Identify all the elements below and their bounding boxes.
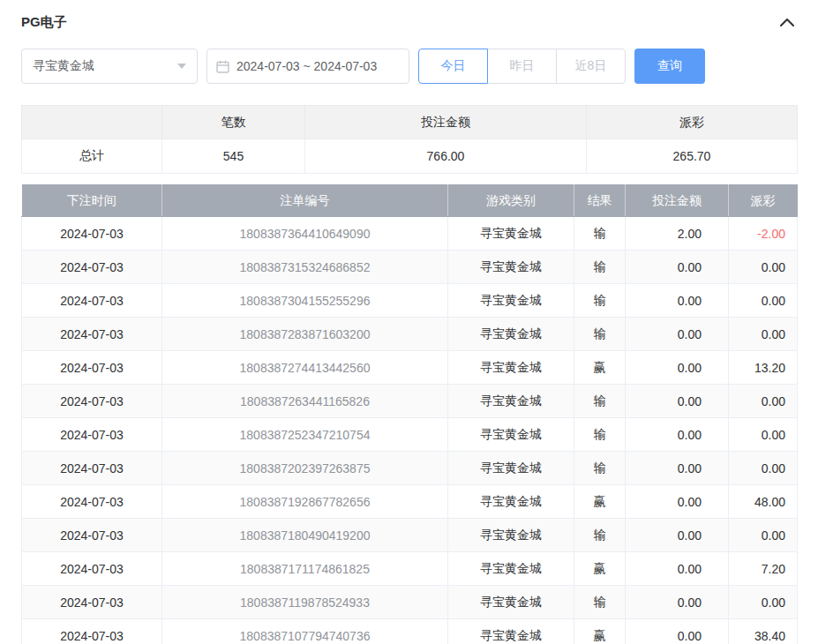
summary-header-bet-amount: 投注金额 bbox=[305, 106, 587, 139]
header-game-type: 游戏类别 bbox=[448, 185, 574, 217]
bet-records-table: 下注时间 注单编号 游戏类别 结果 投注金额 派彩 2024-07-03 180… bbox=[21, 184, 798, 644]
table-row: 2024-07-03 1808387283871603200 寻宝黄金城 输 0… bbox=[22, 318, 798, 351]
header-payout: 派彩 bbox=[729, 185, 798, 217]
calendar-icon bbox=[216, 60, 229, 73]
table-row: 2024-07-03 1808387263441165826 寻宝黄金城 输 0… bbox=[22, 385, 798, 418]
today-button[interactable]: 今日 bbox=[418, 49, 488, 84]
yesterday-button[interactable]: 昨日 bbox=[487, 49, 557, 84]
last-8-days-button[interactable]: 近8日 bbox=[556, 49, 626, 84]
filter-bar: 寻宝黄金城 2024-07-03 ~ 2024-07-03 今日 昨日 近8日 … bbox=[21, 49, 797, 84]
chevron-up-icon bbox=[780, 19, 794, 26]
date-range-value: 2024-07-03 ~ 2024-07-03 bbox=[236, 59, 377, 73]
summary-header-count: 笔数 bbox=[162, 106, 305, 139]
summary-total-label: 总计 bbox=[22, 139, 162, 174]
chevron-down-icon bbox=[177, 64, 186, 69]
table-row: 2024-07-03 1808387180490419200 寻宝黄金城 输 0… bbox=[22, 519, 798, 552]
header-bet-id: 注单编号 bbox=[162, 185, 448, 217]
collapse-panel-button[interactable] bbox=[777, 12, 797, 32]
summary-total-count: 545 bbox=[162, 139, 305, 174]
panel-header: PG电子 bbox=[21, 9, 797, 35]
summary-total-bet-amount: 766.00 bbox=[305, 139, 587, 174]
quick-date-button-group: 今日 昨日 近8日 bbox=[418, 49, 626, 84]
date-range-input[interactable]: 2024-07-03 ~ 2024-07-03 bbox=[206, 49, 409, 84]
table-row: 2024-07-03 1808387274413442560 寻宝黄金城 赢 0… bbox=[22, 351, 798, 385]
table-row: 2024-07-03 1808387107794740736 寻宝黄金城 赢 0… bbox=[22, 619, 798, 644]
summary-header-blank bbox=[22, 106, 162, 139]
pg-panel: PG电子 寻宝黄金城 2024-07-03 ~ 2024-07-03 今日 昨日… bbox=[0, 0, 818, 644]
header-bet-date: 下注时间 bbox=[22, 185, 162, 217]
bet-table-body: 2024-07-03 1808387364410649090 寻宝黄金城 输 2… bbox=[22, 217, 798, 644]
bet-table-header-row: 下注时间 注单编号 游戏类别 结果 投注金额 派彩 bbox=[22, 185, 798, 217]
game-select[interactable]: 寻宝黄金城 bbox=[21, 49, 198, 84]
summary-total-row: 总计 545 766.00 265.70 bbox=[22, 139, 798, 174]
summary-header-row: 笔数 投注金额 派彩 bbox=[22, 106, 798, 139]
header-result: 结果 bbox=[574, 185, 626, 217]
summary-total-payout: 265.70 bbox=[587, 139, 798, 174]
panel-title: PG电子 bbox=[21, 14, 67, 31]
table-row: 2024-07-03 1808387315324686852 寻宝黄金城 输 0… bbox=[22, 251, 798, 284]
game-select-value: 寻宝黄金城 bbox=[33, 58, 94, 74]
table-row: 2024-07-03 1808387192867782656 寻宝黄金城 赢 0… bbox=[22, 485, 798, 519]
table-row: 2024-07-03 1808387119878524933 寻宝黄金城 输 0… bbox=[22, 586, 798, 619]
summary-table: 笔数 投注金额 派彩 总计 545 766.00 265.70 bbox=[21, 105, 798, 174]
table-row: 2024-07-03 1808387171174861825 寻宝黄金城 赢 0… bbox=[22, 552, 798, 586]
table-row: 2024-07-03 1808387202397263875 寻宝黄金城 输 0… bbox=[22, 452, 798, 485]
search-button[interactable]: 查询 bbox=[634, 49, 705, 84]
summary-header-payout: 派彩 bbox=[587, 106, 798, 139]
table-row: 2024-07-03 1808387304155255296 寻宝黄金城 输 0… bbox=[22, 284, 798, 318]
header-bet-amount: 投注金额 bbox=[626, 185, 729, 217]
table-row: 2024-07-03 1808387364410649090 寻宝黄金城 输 2… bbox=[22, 217, 798, 251]
table-row: 2024-07-03 1808387252347210754 寻宝黄金城 输 0… bbox=[22, 418, 798, 452]
